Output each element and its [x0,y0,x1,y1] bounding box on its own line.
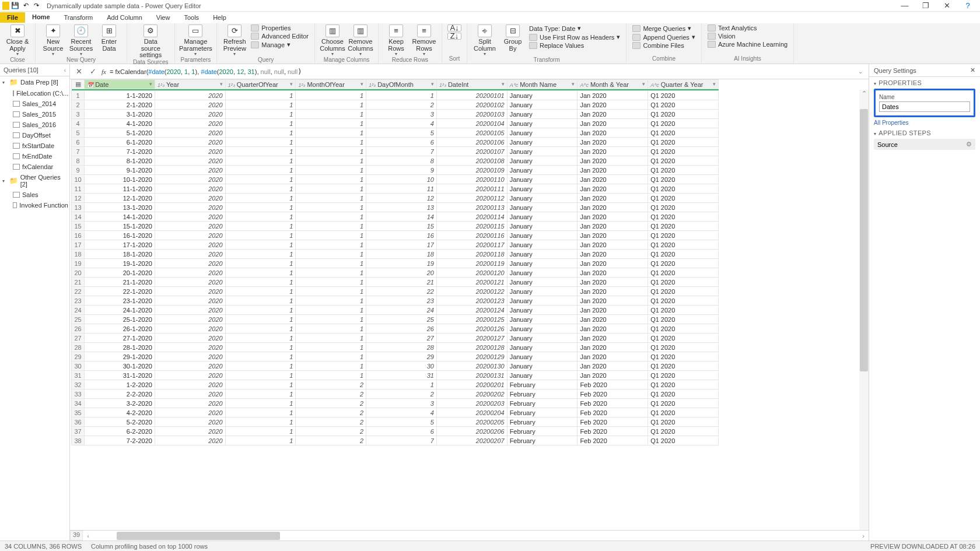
collapse-queries-button[interactable]: ‹ [64,67,66,73]
table-row[interactable]: 1414-1-20202020111420200114JanuaryJan 20… [72,212,719,222]
cell[interactable]: 1 [225,91,296,100]
cell[interactable]: 19 [366,259,437,268]
cell[interactable]: 12-1-2020 [85,194,155,203]
text-analytics-button[interactable]: Text Analytics [708,24,788,31]
close-settings-button[interactable]: ✕ [970,66,975,74]
cell[interactable]: Jan 2020 [578,352,648,362]
cell[interactable]: 1 [296,194,366,203]
cell[interactable]: 20200115 [436,222,507,231]
table-row[interactable]: 2727-1-20202020112720200127JanuaryJan 20… [72,334,719,343]
cell[interactable]: 30-1-2020 [85,362,155,371]
query-item[interactable]: fxStartDate [0,141,69,151]
cell[interactable]: Jan 2020 [578,175,648,184]
table-row[interactable]: 1818-1-20202020111820200118JanuaryJan 20… [72,250,719,259]
cell[interactable]: 1 [225,343,296,352]
cell[interactable]: January [507,278,578,287]
row-number[interactable]: 4 [72,119,85,128]
cell[interactable]: January [507,268,578,278]
table-row[interactable]: 2323-1-20202020112320200123JanuaryJan 20… [72,296,719,306]
cell[interactable]: 1 [296,250,366,259]
table-row[interactable]: 3131-1-20202020113120200131JanuaryJan 20… [72,371,719,380]
cell[interactable]: 20200106 [436,138,507,147]
cell[interactable]: 2020 [155,156,225,166]
cell[interactable]: Feb 2020 [578,408,648,417]
cell[interactable]: 2 [366,389,437,399]
query-item[interactable]: FileLocation (C:\... [0,88,69,99]
cell[interactable]: Jan 2020 [578,296,648,306]
cell[interactable]: Jan 2020 [578,119,648,128]
table-row[interactable]: 2525-1-20202020112520200125JanuaryJan 20… [72,315,719,324]
cell[interactable]: 2020 [155,175,225,184]
cell[interactable]: 20200111 [436,184,507,194]
cell[interactable]: 2020 [155,417,225,427]
cell[interactable]: Q1 2020 [648,194,719,203]
cell[interactable]: 2020 [155,231,225,240]
row-number[interactable]: 36 [72,417,85,427]
table-row[interactable]: 332-2-2020202012220200202FebruaryFeb 202… [72,389,719,399]
table-row[interactable]: 2828-1-20202020112820200128JanuaryJan 20… [72,343,719,352]
column-header[interactable]: 1²₃QuarterOfYear▾ [225,80,296,89]
cell[interactable]: 7 [366,436,437,445]
cell[interactable]: 2020 [155,184,225,194]
cell[interactable]: 1 [296,287,366,296]
cell[interactable]: 20200130 [436,362,507,371]
cell[interactable]: 2-2-2020 [85,389,155,399]
cell[interactable]: Q1 2020 [648,240,719,250]
cell[interactable]: January [507,231,578,240]
cell[interactable]: 1 [296,110,366,119]
cell[interactable]: Jan 2020 [578,315,648,324]
table-row[interactable]: 1616-1-20202020111620200116JanuaryJan 20… [72,231,719,240]
cell[interactable]: 1 [296,128,366,138]
cell[interactable]: Q1 2020 [648,100,719,110]
cell[interactable]: 20200129 [436,352,507,362]
cell[interactable]: 16-1-2020 [85,231,155,240]
cell[interactable]: Q1 2020 [648,203,719,212]
cell[interactable]: 20-1-2020 [85,268,155,278]
cell[interactable]: Jan 2020 [578,324,648,334]
table-row[interactable]: 343-2-2020202012320200203FebruaryFeb 202… [72,399,719,408]
cell[interactable]: 2020 [155,278,225,287]
cell[interactable]: 1 [296,119,366,128]
table-row[interactable]: 1919-1-20202020111920200119JanuaryJan 20… [72,259,719,268]
cell[interactable]: Jan 2020 [578,259,648,268]
row-number[interactable]: 34 [72,399,85,408]
cell[interactable]: 9-1-2020 [85,166,155,175]
cell[interactable]: Jan 2020 [578,287,648,296]
row-number[interactable]: 38 [72,436,85,445]
cell[interactable]: 1 [296,212,366,222]
cell[interactable]: 2 [296,380,366,389]
cell[interactable]: 1 [296,352,366,362]
cell[interactable]: 8 [366,156,437,166]
replace-values-button[interactable]: Replace Values [529,42,620,49]
cell[interactable]: 1 [296,240,366,250]
cell[interactable]: 1 [225,222,296,231]
cell[interactable]: 2020 [155,362,225,371]
remove-rows-button[interactable]: ≡Remove Rows▾ [412,24,436,57]
cell[interactable]: 25 [366,315,437,324]
column-header[interactable]: 1²₃DayOfMonth▾ [366,80,437,89]
cell[interactable]: January [507,315,578,324]
column-header[interactable]: 1²₃DateInt▾ [436,80,507,89]
cell[interactable]: January [507,306,578,315]
cell[interactable]: 20200128 [436,343,507,352]
cell[interactable]: 1 [225,324,296,334]
cell[interactable]: 1 [225,268,296,278]
split-column-button[interactable]: ⎆Split Column▾ [473,24,496,57]
cell[interactable]: 1 [225,389,296,399]
cell[interactable]: Jan 2020 [578,250,648,259]
cell[interactable]: 20200117 [436,240,507,250]
table-corner[interactable]: ▦ [72,80,85,89]
cell[interactable]: January [507,259,578,268]
tab-view[interactable]: View [149,12,177,23]
all-properties-link[interactable]: All Properties [869,118,980,127]
cell[interactable]: Jan 2020 [578,240,648,250]
cell[interactable]: 2020 [155,436,225,445]
cell[interactable]: 1 [296,175,366,184]
cell[interactable]: Jan 2020 [578,128,648,138]
cell[interactable]: Jan 2020 [578,91,648,100]
cell[interactable]: 1 [296,362,366,371]
cell[interactable]: February [507,399,578,408]
query-item[interactable]: DayOffset [0,130,69,141]
cell[interactable]: Q1 2020 [648,306,719,315]
cell[interactable]: Jan 2020 [578,343,648,352]
